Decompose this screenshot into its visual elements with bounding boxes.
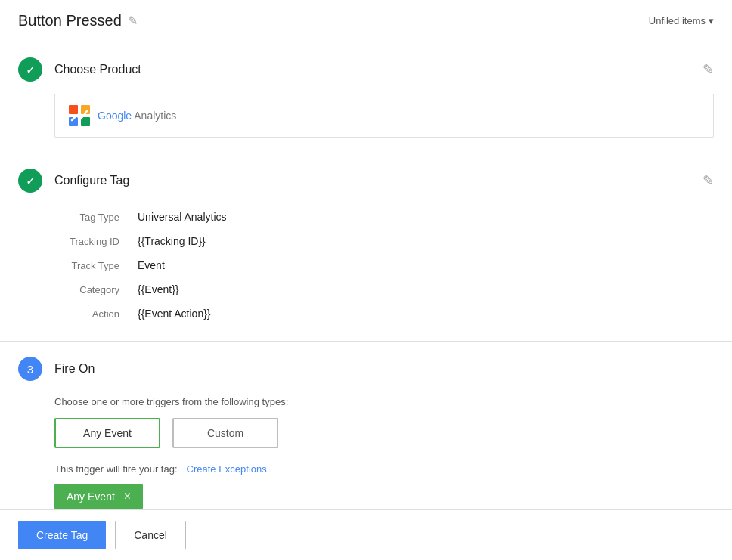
config-row-action: Action {{Event Action}} [54,302,714,326]
choose-product-section: ✓ Choose Product ✎ [0,42,732,153]
footer: Create Tag Cancel [0,509,732,560]
ga-logo [67,104,92,128]
fire-on-title: Fire On [54,362,95,376]
tracking-id-value: {{Tracking ID}} [138,235,206,247]
unfiled-items-label: Unfiled items [649,15,706,26]
this-trigger-label: This trigger will fire your tag: [54,463,178,475]
title-text: Button Pressed [18,12,122,29]
track-type-value: Event [138,259,165,271]
fire-on-step-circle: 3 [18,357,42,381]
check-icon: ✓ [26,63,36,77]
fire-on-section: 3 Fire On Choose one or more triggers fr… [0,342,732,531]
config-row-tag-type: Tag Type Universal Analytics [54,205,714,229]
main-content: ✓ Choose Product ✎ [0,42,732,531]
choose-product-title: Choose Product [54,63,141,76]
google-analytics-product-card: Google Analytics [54,94,714,138]
product-name-analytics: Analytics [132,110,176,122]
configure-tag-header: ✓ Configure Tag ✎ [18,169,714,193]
config-table: Tag Type Universal Analytics Tracking ID… [54,205,714,326]
check-icon-2: ✓ [26,174,36,188]
config-row-tracking-id: Tracking ID {{Tracking ID}} [54,229,714,253]
tag-type-value: Universal Analytics [138,211,227,223]
tracking-id-label: Tracking ID [54,236,138,247]
category-value: {{Event}} [138,283,179,295]
top-bar: Button Pressed ✎ Unfiled items ▾ [0,0,732,42]
product-name: Google Analytics [98,110,176,122]
create-tag-button[interactable]: Create Tag [18,521,106,549]
product-name-google: Google [98,110,132,122]
active-trigger-label: Any Event [67,490,115,503]
this-trigger-row: This trigger will fire your tag: Create … [54,463,714,475]
action-value: {{Event Action}} [138,308,211,320]
step-number: 3 [27,363,33,376]
chevron-down-icon: ▾ [709,15,714,26]
fire-on-header: 3 Fire On [18,357,714,381]
choose-product-header-left: ✓ Choose Product [18,57,141,82]
any-event-trigger-button[interactable]: Any Event [54,418,160,448]
trigger-buttons-group: Any Event Custom [54,418,714,448]
configure-tag-title: Configure Tag [54,174,129,187]
triggers-prompt: Choose one or more triggers from the fol… [54,396,714,407]
active-trigger-tag: Any Event × [54,484,143,509]
title-edit-icon[interactable]: ✎ [128,14,138,28]
custom-trigger-button[interactable]: Custom [172,418,278,448]
svg-rect-4 [81,117,90,126]
svg-rect-1 [69,105,78,114]
cancel-button[interactable]: Cancel [115,521,186,549]
tag-type-label: Tag Type [54,212,138,223]
configure-tag-header-left: ✓ Configure Tag [18,169,129,193]
configure-tag-section: ✓ Configure Tag ✎ Tag Type Universal Ana… [0,153,732,342]
page-title: Button Pressed ✎ [18,12,138,29]
create-exceptions-link[interactable]: Create Exceptions [187,463,267,475]
trigger-tag-close-icon[interactable]: × [124,490,131,503]
choose-product-edit-icon[interactable]: ✎ [703,61,714,78]
config-row-track-type: Track Type Event [54,253,714,277]
choose-product-header: ✓ Choose Product ✎ [18,57,714,82]
configure-tag-step-circle: ✓ [18,169,42,193]
category-label: Category [54,284,138,295]
configure-tag-edit-icon[interactable]: ✎ [703,172,714,189]
unfiled-items-button[interactable]: Unfiled items ▾ [649,15,714,26]
choose-product-step-circle: ✓ [18,57,42,82]
action-label: Action [54,308,138,320]
track-type-label: Track Type [54,260,138,271]
config-row-category: Category {{Event}} [54,277,714,302]
